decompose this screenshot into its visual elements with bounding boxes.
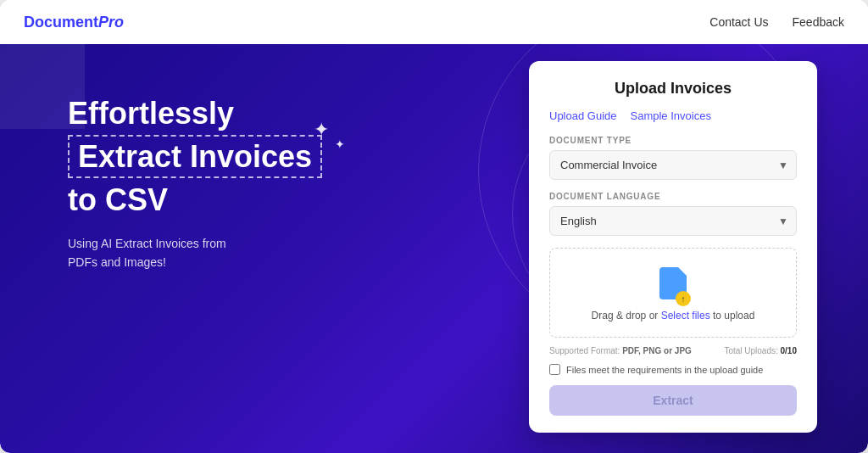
logo-document-text: Document	[24, 14, 98, 31]
card-title: Upload Invoices	[549, 80, 797, 98]
extract-button[interactable]: Extract	[549, 385, 797, 416]
uploads-label: Total Uploads:	[724, 346, 777, 355]
doc-lang-select[interactable]: English French Spanish German Chinese	[549, 206, 797, 236]
requirements-checkbox[interactable]	[549, 364, 560, 375]
drop-text: Drag & drop or Select files to upload	[560, 310, 786, 322]
checkbox-row: Files meet the requirements in the uploa…	[549, 364, 797, 375]
drop-text-2: to upload	[710, 310, 755, 322]
tab-sample-invoices[interactable]: Sample Invoices	[631, 109, 711, 122]
nav-links: Contact Us Feedback	[709, 15, 844, 29]
format-label: Supported Format:	[549, 346, 620, 355]
hero-subtitle: Using AI Extract Invoices fromPDFs and I…	[68, 234, 390, 272]
upload-arrow-icon: ↑	[676, 291, 691, 306]
logo: Document Pro	[24, 14, 124, 31]
hero-section: ✦ ✦ Effortlessly Extract Invoices to CSV…	[0, 44, 868, 453]
hero-title-1: Effortlessly	[68, 95, 390, 131]
nav-contact[interactable]: Contact Us	[709, 15, 768, 29]
doc-lang-wrapper: English French Spanish German Chinese ▼	[549, 206, 797, 236]
doc-type-wrapper: Commercial Invoice Purchase Order Receip…	[549, 150, 797, 180]
drop-file-icon: ↑	[655, 267, 691, 303]
format-text: Supported Format: PDF, PNG or JPG	[549, 346, 692, 355]
uploads-text: Total Uploads: 0/10	[724, 346, 797, 355]
checkbox-label: Files meet the requirements in the uploa…	[566, 365, 763, 375]
upload-card: Upload Invoices Upload Guide Sample Invo…	[529, 61, 817, 433]
format-row: Supported Format: PDF, PNG or JPG Total …	[549, 346, 797, 355]
nav-feedback[interactable]: Feedback	[793, 15, 844, 29]
card-tabs: Upload Guide Sample Invoices	[549, 109, 797, 122]
format-types: PDF, PNG or JPG	[622, 346, 692, 355]
logo-pro-text: Pro	[98, 14, 124, 31]
drop-zone[interactable]: ↑ Drag & drop or Select files to upload	[549, 248, 797, 338]
page-wrapper: Document Pro Contact Us Feedback ✦ ✦ Eff…	[0, 0, 868, 453]
hero-text: Effortlessly Extract Invoices to CSV Usi…	[68, 95, 390, 271]
hero-title-3: to CSV	[68, 182, 390, 218]
doc-type-select[interactable]: Commercial Invoice Purchase Order Receip…	[549, 150, 797, 180]
doc-lang-label: DOCUMENT LANGUAGE	[549, 192, 797, 201]
navbar: Document Pro Contact Us Feedback	[0, 0, 868, 44]
select-files-link[interactable]: Select files	[661, 310, 710, 322]
tab-upload-guide[interactable]: Upload Guide	[549, 109, 617, 122]
hero-title-2: Extract Invoices	[68, 135, 322, 178]
uploads-value: 0/10	[781, 346, 797, 355]
drop-text-1: Drag & drop or	[592, 310, 661, 322]
doc-type-label: DOCUMENT TYPE	[549, 136, 797, 145]
